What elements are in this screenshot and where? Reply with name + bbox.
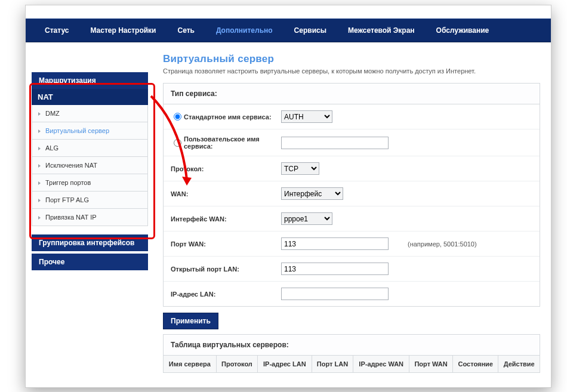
radio-custom-service[interactable] — [174, 139, 181, 147]
content: Виртуальный сервер Страница позволяет на… — [163, 53, 540, 373]
label-lan-ip: IP-адрес LAN: — [171, 291, 281, 298]
sidebar-header-if-group[interactable]: Группировка интерфейсов — [32, 234, 148, 251]
sidebar-header-other[interactable]: Прочее — [32, 254, 148, 270]
label-protocol: Протокол: — [171, 165, 281, 172]
col-lan-ip: IP-адрес LAN — [258, 356, 312, 373]
select-wan[interactable]: Интерфейс — [281, 187, 343, 200]
sidebar: Маршрутизация NAT DMZ Виртуальный сервер… — [32, 72, 148, 270]
service-type-panel: Тип сервиса: Стандартное имя сервиса: AU… — [163, 83, 540, 307]
col-state: Состояние — [453, 356, 498, 373]
nav-services[interactable]: Сервисы — [284, 19, 337, 42]
select-standard-service[interactable]: AUTH — [281, 110, 332, 123]
select-protocol[interactable]: TCP — [281, 162, 319, 175]
sidebar-item-virtual-server[interactable]: Виртуальный сервер — [32, 122, 148, 140]
sidebar-cat-nat[interactable]: NAT — [32, 89, 148, 105]
nav-wizard[interactable]: Мастер Настройки — [79, 19, 167, 42]
label-standard-service: Стандартное имя сервиса: — [184, 113, 272, 121]
nav-network[interactable]: Сеть — [167, 19, 205, 42]
sidebar-item-ftp-alg-port[interactable]: Порт FTP ALG — [32, 192, 148, 209]
sidebar-item-dmz[interactable]: DMZ — [32, 105, 148, 122]
hint-wan-port: (например, 5001:5010) — [408, 240, 477, 248]
label-wan-interface: Интерфейс WAN: — [171, 215, 281, 223]
panel-title: Тип сервиса: — [164, 84, 540, 104]
col-protocol: Протокол — [216, 356, 257, 373]
nav-firewall[interactable]: Межсетевой Экран — [337, 19, 426, 42]
sidebar-item-alg[interactable]: ALG — [32, 140, 148, 157]
col-server-name: Имя сервера — [164, 356, 217, 373]
col-wan-port: Порт WAN — [409, 356, 453, 373]
nav-maintenance[interactable]: Обслуживание — [426, 19, 500, 42]
label-wan-port: Порт WAN: — [171, 240, 281, 248]
virtual-servers-table: Имя сервера Протокол IP-адрес LAN Порт L… — [163, 355, 540, 373]
col-lan-port: Порт LAN — [312, 356, 353, 373]
table-title: Таблица виртуальных серверов: — [163, 334, 540, 355]
nav-advanced[interactable]: Дополнительно — [205, 19, 284, 42]
label-custom-service: Пользовательское имя сервиса: — [184, 135, 260, 150]
nav-status[interactable]: Статус — [34, 19, 79, 42]
input-lan-port[interactable] — [281, 263, 389, 275]
sidebar-gap — [32, 226, 148, 234]
label-wan: WAN: — [171, 190, 281, 197]
select-wan-interface[interactable]: pppoe1 — [281, 212, 332, 225]
page-title: Виртуальный сервер — [163, 53, 540, 65]
input-custom-service[interactable] — [281, 137, 389, 149]
sidebar-item-port-trigger[interactable]: Триггер портов — [32, 174, 148, 192]
sidebar-item-nat-ip-binding[interactable]: Привязка NAT IP — [32, 209, 148, 226]
col-action: Действие — [498, 356, 540, 373]
label-lan-port: Открытый порт LAN: — [171, 266, 281, 273]
sidebar-item-nat-exceptions[interactable]: Исключения NAT — [32, 157, 148, 174]
radio-standard-service[interactable] — [174, 113, 181, 121]
page-desc: Страница позволяет настроить виртуальные… — [163, 67, 540, 75]
col-wan-ip: IP-адрес WAN — [353, 356, 409, 373]
sidebar-header-routing[interactable]: Маршрутизация — [32, 72, 148, 89]
apply-button[interactable]: Применить — [163, 313, 218, 329]
top-nav: Статус Мастер Настройки Сеть Дополнитель… — [26, 18, 551, 42]
input-lan-ip[interactable] — [281, 288, 389, 300]
input-wan-port[interactable] — [281, 237, 389, 250]
